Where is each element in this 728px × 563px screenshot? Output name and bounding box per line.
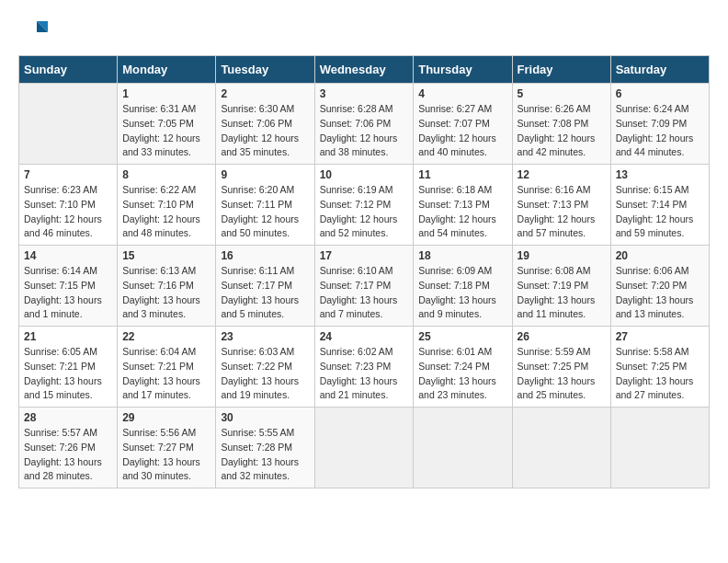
cell-content: Sunrise: 6:10 AMSunset: 7:17 PMDaylight:… xyxy=(320,264,409,322)
day-number: 21 xyxy=(24,330,112,343)
cell-content: Sunrise: 5:57 AMSunset: 7:26 PMDaylight:… xyxy=(24,426,112,484)
calendar-cell: 28Sunrise: 5:57 AMSunset: 7:26 PMDayligh… xyxy=(19,408,118,488)
cell-content: Sunrise: 5:58 AMSunset: 7:25 PMDaylight:… xyxy=(616,345,704,403)
day-header-monday: Monday xyxy=(118,56,216,84)
cell-content: Sunrise: 6:26 AMSunset: 7:08 PMDaylight:… xyxy=(518,102,606,160)
calendar-cell: 9Sunrise: 6:20 AMSunset: 7:11 PMDaylight… xyxy=(216,165,314,246)
calendar-cell xyxy=(19,84,118,165)
day-number: 18 xyxy=(418,249,506,262)
cell-content: Sunrise: 5:56 AMSunset: 7:27 PMDaylight:… xyxy=(122,426,210,484)
day-number: 23 xyxy=(221,330,309,343)
day-number: 28 xyxy=(24,411,112,424)
calendar-cell: 14Sunrise: 6:14 AMSunset: 7:15 PMDayligh… xyxy=(19,246,118,327)
day-number: 3 xyxy=(320,87,409,100)
day-header-friday: Friday xyxy=(512,56,610,84)
cell-content: Sunrise: 6:01 AMSunset: 7:24 PMDaylight:… xyxy=(418,345,506,403)
day-header-sunday: Sunday xyxy=(19,56,118,84)
day-number: 24 xyxy=(320,330,409,343)
calendar-cell: 24Sunrise: 6:02 AMSunset: 7:23 PMDayligh… xyxy=(314,327,414,408)
calendar-cell: 30Sunrise: 5:55 AMSunset: 7:28 PMDayligh… xyxy=(216,408,314,488)
day-number: 8 xyxy=(122,168,210,181)
calendar-cell: 7Sunrise: 6:23 AMSunset: 7:10 PMDaylight… xyxy=(19,165,118,246)
day-number: 20 xyxy=(616,249,704,262)
calendar-table: SundayMondayTuesdayWednesdayThursdayFrid… xyxy=(18,55,710,488)
calendar-week-row: 28Sunrise: 5:57 AMSunset: 7:26 PMDayligh… xyxy=(19,408,710,488)
day-number: 5 xyxy=(518,87,606,100)
day-number: 26 xyxy=(518,330,606,343)
logo xyxy=(18,18,48,46)
cell-content: Sunrise: 6:20 AMSunset: 7:11 PMDaylight:… xyxy=(221,183,309,241)
day-number: 10 xyxy=(320,168,409,181)
day-number: 13 xyxy=(616,168,704,181)
calendar-cell: 22Sunrise: 6:04 AMSunset: 7:21 PMDayligh… xyxy=(118,327,216,408)
calendar-week-row: 21Sunrise: 6:05 AMSunset: 7:21 PMDayligh… xyxy=(19,327,710,408)
calendar-cell: 27Sunrise: 5:58 AMSunset: 7:25 PMDayligh… xyxy=(610,327,709,408)
cell-content: Sunrise: 6:27 AMSunset: 7:07 PMDaylight:… xyxy=(418,102,506,160)
cell-content: Sunrise: 6:22 AMSunset: 7:10 PMDaylight:… xyxy=(122,183,210,241)
cell-content: Sunrise: 6:18 AMSunset: 7:13 PMDaylight:… xyxy=(418,183,506,241)
day-number: 7 xyxy=(24,168,112,181)
cell-content: Sunrise: 5:55 AMSunset: 7:28 PMDaylight:… xyxy=(221,426,309,484)
calendar-cell: 6Sunrise: 6:24 AMSunset: 7:09 PMDaylight… xyxy=(610,84,709,165)
cell-content: Sunrise: 6:24 AMSunset: 7:09 PMDaylight:… xyxy=(616,102,704,160)
cell-content: Sunrise: 6:08 AMSunset: 7:19 PMDaylight:… xyxy=(518,264,606,322)
day-number: 15 xyxy=(122,249,210,262)
cell-content: Sunrise: 6:31 AMSunset: 7:05 PMDaylight:… xyxy=(122,102,210,160)
cell-content: Sunrise: 6:04 AMSunset: 7:21 PMDaylight:… xyxy=(122,345,210,403)
cell-content: Sunrise: 6:23 AMSunset: 7:10 PMDaylight:… xyxy=(24,183,112,241)
day-number: 27 xyxy=(616,330,704,343)
day-header-tuesday: Tuesday xyxy=(216,56,314,84)
calendar-cell: 13Sunrise: 6:15 AMSunset: 7:14 PMDayligh… xyxy=(610,165,709,246)
day-number: 14 xyxy=(24,249,112,262)
cell-content: Sunrise: 6:15 AMSunset: 7:14 PMDaylight:… xyxy=(616,183,704,241)
calendar-cell: 2Sunrise: 6:30 AMSunset: 7:06 PMDaylight… xyxy=(216,84,314,165)
cell-content: Sunrise: 6:19 AMSunset: 7:12 PMDaylight:… xyxy=(320,183,409,241)
calendar-week-row: 7Sunrise: 6:23 AMSunset: 7:10 PMDaylight… xyxy=(19,165,710,246)
calendar-cell xyxy=(512,408,610,488)
cell-content: Sunrise: 6:06 AMSunset: 7:20 PMDaylight:… xyxy=(616,264,704,322)
calendar-cell: 5Sunrise: 6:26 AMSunset: 7:08 PMDaylight… xyxy=(512,84,610,165)
calendar-cell: 17Sunrise: 6:10 AMSunset: 7:17 PMDayligh… xyxy=(314,246,414,327)
calendar-cell xyxy=(610,408,709,488)
cell-content: Sunrise: 6:03 AMSunset: 7:22 PMDaylight:… xyxy=(221,345,309,403)
cell-content: Sunrise: 6:02 AMSunset: 7:23 PMDaylight:… xyxy=(320,345,409,403)
calendar-cell: 18Sunrise: 6:09 AMSunset: 7:18 PMDayligh… xyxy=(414,246,512,327)
day-number: 1 xyxy=(122,87,210,100)
calendar-week-row: 14Sunrise: 6:14 AMSunset: 7:15 PMDayligh… xyxy=(19,246,710,327)
calendar-cell: 21Sunrise: 6:05 AMSunset: 7:21 PMDayligh… xyxy=(19,327,118,408)
cell-content: Sunrise: 6:14 AMSunset: 7:15 PMDaylight:… xyxy=(24,264,112,322)
logo-icon xyxy=(20,18,48,46)
cell-content: Sunrise: 6:30 AMSunset: 7:06 PMDaylight:… xyxy=(221,102,309,160)
day-number: 4 xyxy=(418,87,506,100)
cell-content: Sunrise: 6:16 AMSunset: 7:13 PMDaylight:… xyxy=(518,183,606,241)
day-number: 25 xyxy=(418,330,506,343)
calendar-cell: 25Sunrise: 6:01 AMSunset: 7:24 PMDayligh… xyxy=(414,327,512,408)
calendar-cell: 20Sunrise: 6:06 AMSunset: 7:20 PMDayligh… xyxy=(610,246,709,327)
day-number: 17 xyxy=(320,249,409,262)
calendar-cell: 15Sunrise: 6:13 AMSunset: 7:16 PMDayligh… xyxy=(118,246,216,327)
calendar-cell: 16Sunrise: 6:11 AMSunset: 7:17 PMDayligh… xyxy=(216,246,314,327)
day-number: 11 xyxy=(418,168,506,181)
calendar-week-row: 1Sunrise: 6:31 AMSunset: 7:05 PMDaylight… xyxy=(19,84,710,165)
day-header-wednesday: Wednesday xyxy=(314,56,414,84)
calendar-cell: 10Sunrise: 6:19 AMSunset: 7:12 PMDayligh… xyxy=(314,165,414,246)
day-number: 12 xyxy=(518,168,606,181)
day-number: 16 xyxy=(221,249,309,262)
day-number: 9 xyxy=(221,168,309,181)
day-number: 22 xyxy=(122,330,210,343)
calendar-cell xyxy=(314,408,414,488)
day-number: 6 xyxy=(616,87,704,100)
cell-content: Sunrise: 6:05 AMSunset: 7:21 PMDaylight:… xyxy=(24,345,112,403)
calendar-cell: 8Sunrise: 6:22 AMSunset: 7:10 PMDaylight… xyxy=(118,165,216,246)
day-number: 30 xyxy=(221,411,309,424)
calendar-cell: 29Sunrise: 5:56 AMSunset: 7:27 PMDayligh… xyxy=(118,408,216,488)
calendar-cell: 12Sunrise: 6:16 AMSunset: 7:13 PMDayligh… xyxy=(512,165,610,246)
page-header xyxy=(18,18,710,46)
calendar-cell: 23Sunrise: 6:03 AMSunset: 7:22 PMDayligh… xyxy=(216,327,314,408)
cell-content: Sunrise: 6:09 AMSunset: 7:18 PMDaylight:… xyxy=(418,264,506,322)
calendar-cell: 1Sunrise: 6:31 AMSunset: 7:05 PMDaylight… xyxy=(118,84,216,165)
calendar-cell: 26Sunrise: 5:59 AMSunset: 7:25 PMDayligh… xyxy=(512,327,610,408)
cell-content: Sunrise: 6:13 AMSunset: 7:16 PMDaylight:… xyxy=(122,264,210,322)
day-number: 2 xyxy=(221,87,309,100)
day-header-thursday: Thursday xyxy=(414,56,512,84)
